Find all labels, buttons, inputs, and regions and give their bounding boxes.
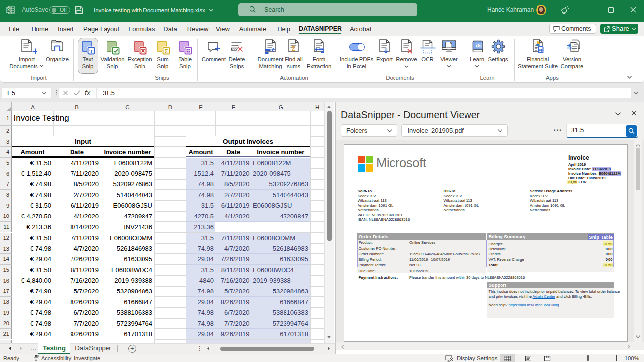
svg-text:Σ: Σ	[164, 48, 168, 54]
svg-text:X: X	[7, 7, 10, 12]
svg-text:Σ: Σ	[291, 45, 295, 52]
svg-text:T: T	[89, 48, 93, 54]
svg-text:ds: ds	[476, 43, 481, 48]
